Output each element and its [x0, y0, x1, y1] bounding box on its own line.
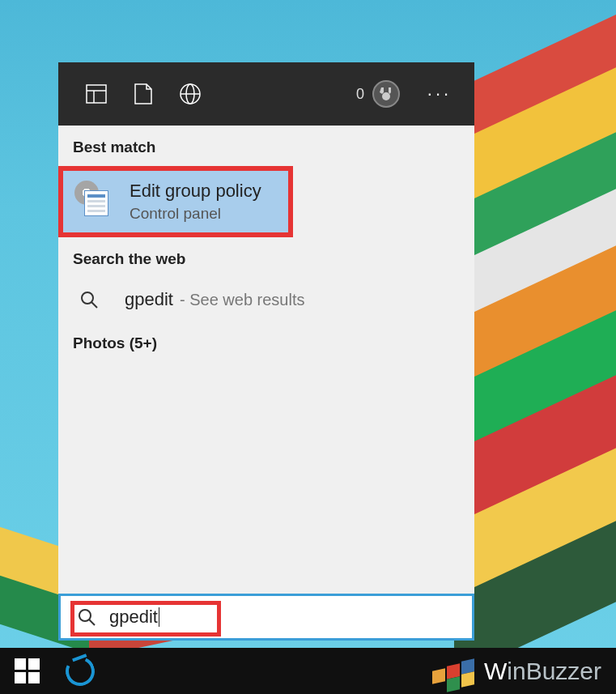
- edge-icon: [62, 652, 99, 689]
- svg-line-8: [91, 302, 97, 308]
- winbuzzer-watermark: WinBuzzer: [429, 654, 616, 689]
- news-filter-icon[interactable]: [73, 75, 120, 113]
- web-filter-icon[interactable]: [167, 75, 214, 113]
- best-match-section-label: Best match: [58, 126, 474, 166]
- winbuzzer-cubes-icon: [429, 654, 474, 689]
- more-options-icon[interactable]: ···: [413, 75, 460, 113]
- best-match-title: Edit group policy: [130, 181, 261, 202]
- search-input-value: gpedit: [109, 607, 158, 628]
- svg-line-10: [89, 619, 95, 625]
- svg-point-6: [382, 92, 390, 100]
- search-panel-header: 0 ···: [58, 62, 474, 126]
- winbuzzer-text: WinBuzzer: [484, 658, 601, 685]
- web-result-query: gpedit: [125, 289, 173, 310]
- svg-point-7: [82, 292, 93, 304]
- edge-browser-button[interactable]: [53, 648, 107, 694]
- best-match-subtitle: Control panel: [130, 205, 261, 223]
- group-policy-icon: [78, 185, 110, 218]
- rewards-score[interactable]: 0: [356, 80, 400, 108]
- svg-point-9: [79, 610, 91, 621]
- search-icon: [79, 290, 99, 309]
- text-caret: [159, 607, 159, 627]
- web-search-result[interactable]: gpedit - See web results: [58, 278, 474, 321]
- cortana-search-box[interactable]: gpedit: [58, 594, 474, 641]
- start-button[interactable]: [0, 648, 53, 694]
- document-filter-icon[interactable]: [120, 75, 167, 113]
- best-match-result[interactable]: Edit group policy Control panel: [58, 166, 293, 237]
- web-result-hint: - See web results: [180, 291, 305, 309]
- medal-icon: [372, 80, 400, 108]
- photos-section-label: Photos (5+): [58, 321, 474, 362]
- rewards-score-number: 0: [356, 86, 364, 103]
- cortana-search-panel: 0 ··· Best match Edit: [58, 62, 474, 594]
- search-results-body: Best match Edit group policy Control pan…: [58, 126, 474, 594]
- windows-taskbar: WinBuzzer: [0, 648, 616, 694]
- windows-logo-icon: [15, 658, 40, 683]
- search-icon: [77, 607, 96, 627]
- svg-rect-0: [87, 85, 106, 103]
- search-web-section-label: Search the web: [58, 237, 474, 278]
